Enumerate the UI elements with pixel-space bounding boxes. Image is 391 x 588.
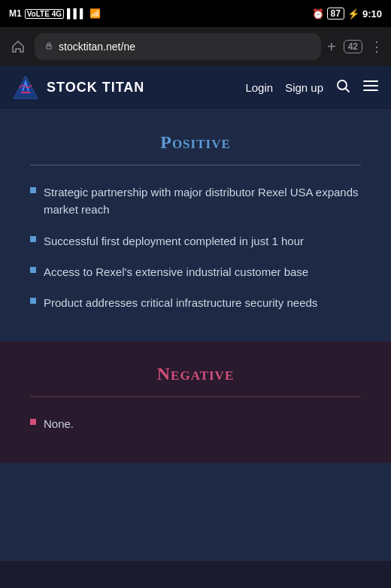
- wifi-icon: 📶: [89, 8, 101, 19]
- positive-title: Positive: [30, 132, 361, 153]
- tab-count[interactable]: 42: [344, 40, 362, 53]
- negative-bullet-list: None.: [30, 415, 361, 432]
- status-bar: M1 VoLTE 4G ▌▌▌ 📶 ⏰ 87 ⚡ 9:10: [0, 0, 391, 27]
- alarm-icon: ⏰: [312, 8, 324, 20]
- browser-chrome: stocktitan.net/ne + 42 ⋮: [0, 27, 391, 66]
- signup-link[interactable]: Sign up: [285, 81, 323, 94]
- bullet-text: None.: [44, 415, 74, 432]
- list-item: None.: [30, 415, 361, 432]
- negative-divider: [30, 396, 361, 397]
- bullet-text: Successful first deployment completed in…: [44, 232, 304, 250]
- new-tab-button[interactable]: +: [327, 38, 336, 56]
- negative-section: Negative None.: [0, 341, 391, 462]
- home-button[interactable]: [8, 36, 29, 57]
- carrier-name: M1: [9, 8, 22, 19]
- bullet-icon: [30, 236, 36, 242]
- bullet-icon: [30, 267, 36, 273]
- positive-section: Positive Strategic partnership with majo…: [0, 110, 391, 341]
- login-link[interactable]: Login: [245, 81, 273, 94]
- svg-line-5: [346, 89, 350, 92]
- url-security-icon: [44, 41, 54, 53]
- list-item: Product addresses critical infrastructur…: [30, 294, 361, 311]
- url-bar[interactable]: stocktitan.net/ne: [35, 33, 321, 60]
- main-content: Positive Strategic partnership with majo…: [0, 110, 391, 561]
- list-item: Strategic partnership with major distrib…: [30, 183, 361, 219]
- carrier-info: M1 VoLTE 4G ▌▌▌ 📶: [9, 8, 101, 19]
- status-right: ⏰ 87 ⚡ 9:10: [312, 8, 382, 20]
- list-item: Access to Rexel's extensive industrial c…: [30, 263, 361, 280]
- browser-actions: + 42 ⋮: [327, 38, 383, 56]
- logo-text: STOCK TITAN: [47, 80, 144, 95]
- site-nav: Login Sign up: [245, 77, 379, 98]
- bullet-icon: [30, 419, 36, 425]
- bullet-icon: [30, 298, 36, 304]
- logo-icon: [12, 74, 39, 102]
- signal-bars: ▌▌▌: [67, 8, 86, 19]
- bullet-text: Access to Rexel's extensive industrial c…: [44, 263, 308, 280]
- search-button[interactable]: [335, 78, 350, 97]
- site-header: STOCK TITAN Login Sign up: [0, 66, 391, 110]
- bullet-text: Strategic partnership with major distrib…: [44, 183, 361, 219]
- bullet-text: Product addresses critical infrastructur…: [44, 294, 317, 311]
- url-text: stocktitan.net/ne: [59, 41, 135, 53]
- hamburger-menu-button[interactable]: [362, 77, 379, 98]
- battery-level: 87: [327, 8, 344, 20]
- list-item: Successful first deployment completed in…: [30, 232, 361, 250]
- negative-title: Negative: [30, 364, 361, 384]
- site-logo[interactable]: STOCK TITAN: [12, 74, 144, 102]
- positive-bullet-list: Strategic partnership with major distrib…: [30, 183, 361, 311]
- time-display: 9:10: [362, 8, 382, 20]
- positive-divider: [30, 165, 361, 165]
- network-type: VoLTE 4G: [25, 9, 64, 19]
- bullet-icon: [30, 187, 36, 193]
- more-options-button[interactable]: ⋮: [370, 38, 383, 55]
- battery-charging-icon: ⚡: [347, 8, 359, 20]
